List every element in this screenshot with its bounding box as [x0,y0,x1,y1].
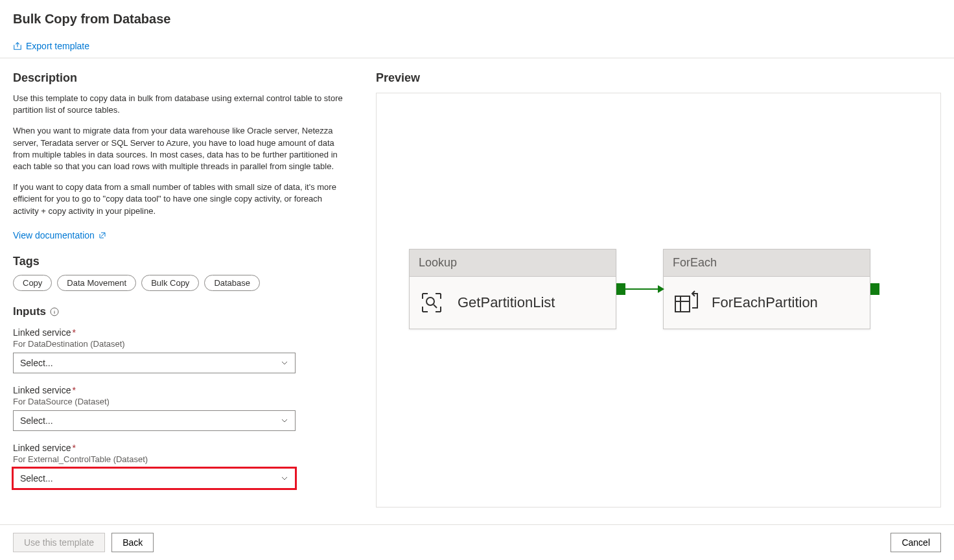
description-p3: If you want to copy data from a small nu… [13,181,350,217]
view-documentation-label: View documentation [13,230,95,240]
right-panel: Preview Lookup [376,71,941,508]
page-title: Bulk Copy from Database [0,0,954,27]
external-link-icon [99,231,106,239]
chevron-down-icon [281,359,288,367]
back-button[interactable]: Back [111,533,154,552]
info-icon[interactable] [50,307,59,316]
inputs-heading: Inputs [13,305,350,318]
input-label: Linked service* [13,327,350,338]
tag-data-movement: Data Movement [57,275,136,291]
tags-row: Copy Data Movement Bulk Copy Database [13,275,350,291]
export-icon [13,41,22,51]
input-help: For External_ControlTable (Dataset) [13,454,350,464]
description-heading: Description [13,71,350,85]
lookup-icon [419,290,445,316]
description-p1: Use this template to copy data in bulk f… [13,93,350,116]
tag-database: Database [204,275,260,291]
tags-heading: Tags [13,255,350,268]
connector-start-square [616,283,625,295]
cancel-button[interactable]: Cancel [890,533,941,552]
required-asterisk: * [73,443,76,453]
linked-service-select-datadestination[interactable]: Select... [13,353,296,373]
connector-end-square [870,283,879,295]
input-group-datasource: Linked service* For DataSource (Dataset)… [13,385,350,431]
connector [616,283,663,295]
footer: Use this template Back Cancel [0,524,954,560]
connector-arrow [625,288,663,290]
required-asterisk: * [73,385,76,395]
left-panel: Description Use this template to copy da… [13,71,350,508]
export-template-label: Export template [26,41,89,51]
activity-lookup[interactable]: Lookup GetPartition [409,249,616,329]
svg-point-1 [426,298,434,305]
activity-name: ForEachPartition [712,294,818,311]
input-help: For DataSource (Dataset) [13,397,350,406]
activity-foreach[interactable]: ForEach ForEachPartition [663,249,870,329]
tag-bulk-copy: Bulk Copy [141,275,199,291]
description-p2: When you want to migrate data from your … [13,125,350,172]
chevron-down-icon [281,417,288,425]
activity-body: ForEachPartition [664,277,870,329]
input-group-datadestination: Linked service* For DataDestination (Dat… [13,327,350,373]
svg-rect-2 [675,296,690,312]
required-asterisk: * [73,327,76,338]
input-help: For DataDestination (Dataset) [13,339,350,349]
foreach-icon [673,290,699,316]
activity-name: GetPartitionList [458,294,555,311]
linked-service-select-external-controltable[interactable]: Select... [13,468,296,489]
input-label: Linked service* [13,443,350,453]
export-template-link[interactable]: Export template [13,41,89,51]
input-label: Linked service* [13,385,350,395]
activity-type-label: Lookup [410,250,616,277]
tag-copy: Copy [13,275,52,291]
view-documentation-link[interactable]: View documentation [13,230,106,240]
activity-type-label: ForEach [664,250,870,277]
preview-canvas: Lookup GetPartition [376,93,941,508]
use-this-template-button: Use this template [13,533,105,552]
toolbar: Export template [0,27,954,58]
input-group-external-controltable: Linked service* For External_ControlTabl… [13,443,350,489]
pipeline-canvas: Lookup GetPartition [409,249,879,329]
activity-body: GetPartitionList [410,277,616,329]
chevron-down-icon [281,474,288,482]
preview-heading: Preview [376,71,941,85]
linked-service-select-datasource[interactable]: Select... [13,410,296,431]
